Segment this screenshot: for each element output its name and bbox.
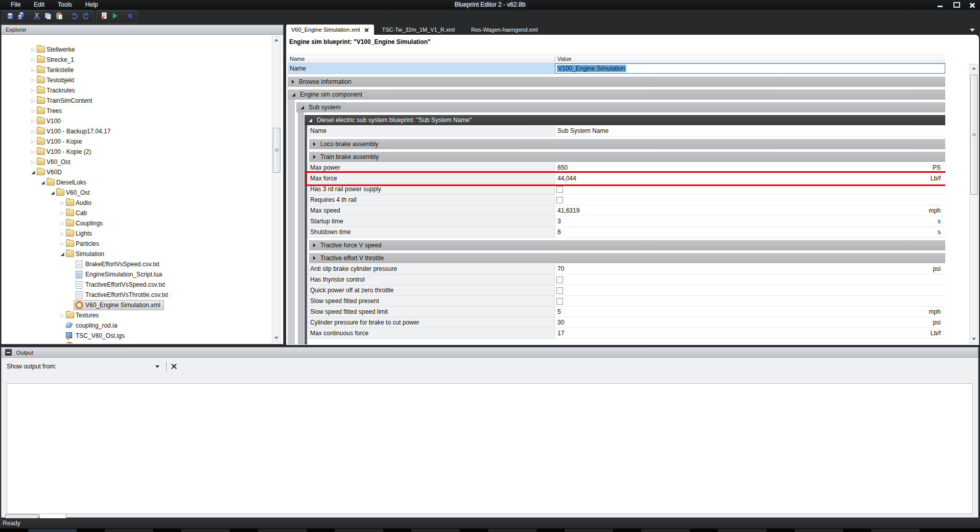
category-row[interactable]: Train brake assembly — [309, 152, 945, 162]
property-value[interactable]: 650PS — [554, 163, 945, 173]
tree-expanded-icon[interactable]: ◢ — [50, 188, 56, 198]
tree-item[interactable]: ▷Tankstelle — [2, 65, 283, 75]
property-value[interactable]: 5mph — [554, 307, 945, 317]
tree-collapsed-icon[interactable]: ▷ — [30, 126, 36, 136]
explorer-scrollbar[interactable] — [272, 36, 281, 342]
scrollbar-thumb[interactable] — [970, 75, 978, 195]
tree-collapsed-icon[interactable]: ▷ — [30, 96, 36, 106]
tree-item[interactable]: ▷Couplings — [2, 218, 283, 228]
property-value[interactable]: 44,044Lb/f — [554, 173, 945, 184]
property-row[interactable]: Cylinder pressure for brake to cut power… — [307, 317, 945, 328]
property-value[interactable]: 3s — [554, 216, 945, 227]
tree-item[interactable]: ▷V60_Ost — [2, 157, 283, 167]
column-header-value[interactable]: Value — [557, 55, 571, 63]
tree-item[interactable]: ▷Cab — [2, 208, 283, 218]
scrollbar-thumb[interactable] — [273, 128, 281, 173]
save-all-button[interactable] — [16, 11, 27, 22]
column-separator[interactable] — [554, 56, 555, 62]
run-button[interactable] — [109, 11, 121, 22]
property-row[interactable]: Shutdown time6s — [307, 227, 945, 238]
tree-collapsed-icon[interactable]: ▷ — [59, 218, 65, 228]
property-value[interactable] — [554, 274, 945, 285]
tree-item[interactable]: BrakeEffortVsSpeed.csv.txt — [2, 259, 283, 269]
category-row[interactable]: Loco brake assembly — [309, 139, 945, 149]
property-value[interactable]: 41,6319mph — [554, 205, 945, 216]
menu-item-tools[interactable]: Tools — [51, 0, 79, 10]
property-value[interactable]: 17Lb/f — [554, 328, 945, 339]
tab-overflow-icon[interactable] — [970, 29, 975, 32]
checkbox-unchecked[interactable] — [556, 298, 563, 305]
property-value[interactable]: 30psi — [554, 317, 945, 328]
property-row[interactable]: Requires 4 th rail — [307, 195, 945, 205]
tree-item[interactable]: ▷V100 - Kopie (2) — [2, 147, 283, 157]
document-tab[interactable]: TSC-Tw_32m_1M_V1_R.xml — [374, 25, 463, 35]
tree-item[interactable]: EngineSimulation_Script.lua — [2, 269, 283, 280]
property-row[interactable]: Has 3 rd rail power supply — [307, 184, 945, 195]
category-row[interactable]: Tractive force V speed — [309, 240, 945, 250]
tree-item[interactable]: TSC_V60_Ost.igs — [2, 331, 283, 341]
collapsed-icon[interactable] — [313, 155, 316, 159]
property-row[interactable]: NameV100_Engine Simulation — [288, 63, 945, 74]
property-row[interactable]: Startup time3s — [307, 216, 945, 227]
tree-item[interactable]: ▷Strecke_1 — [2, 55, 283, 65]
menu-item-help[interactable]: Help — [79, 0, 105, 10]
collapsed-icon[interactable] — [313, 142, 316, 146]
property-row[interactable]: Max force44,044Lb/f — [307, 173, 945, 184]
property-row[interactable]: Max continuous force17Lb/f — [307, 328, 945, 339]
tree-item[interactable]: ◢V60D — [2, 167, 283, 177]
property-value[interactable]: V100_Engine Simulation — [554, 63, 945, 74]
tree-collapsed-icon[interactable]: ▷ — [59, 310, 65, 320]
property-row[interactable]: Has thyristor control — [307, 274, 945, 285]
tree-item[interactable]: TractiveEffortVsThrottle.csv.txt — [2, 290, 283, 300]
menu-item-edit[interactable]: Edit — [27, 0, 51, 10]
property-value[interactable] — [554, 285, 945, 296]
category-row[interactable]: Browse information — [288, 77, 945, 87]
tree-item[interactable]: ▷Stellwerke — [2, 44, 283, 55]
tree-collapsed-icon[interactable]: ▷ — [59, 198, 65, 208]
tree-collapsed-icon[interactable]: ▷ — [30, 157, 36, 167]
expanded-icon[interactable] — [300, 106, 304, 109]
tree-collapsed-icon[interactable]: ▷ — [59, 208, 65, 218]
maximize-button[interactable] — [952, 2, 961, 9]
tree-expanded-icon[interactable]: ◢ — [30, 167, 36, 177]
property-value[interactable]: Sub System Name — [554, 126, 945, 136]
tree-collapsed-icon[interactable]: ▷ — [30, 75, 36, 85]
close-tab-icon[interactable] — [364, 28, 369, 32]
tree-collapsed-icon[interactable]: ▷ — [30, 44, 36, 55]
collapsed-icon[interactable] — [313, 256, 316, 260]
tree-item[interactable]: ▷Lights — [2, 228, 283, 239]
document-tab[interactable]: V60_Engine Simulation.xml — [286, 25, 374, 35]
tree-selection[interactable]: V60_Engine Simulation.xml — [74, 300, 164, 310]
undo-button[interactable] — [69, 11, 80, 22]
tree-collapsed-icon[interactable]: ▷ — [30, 136, 36, 147]
property-row[interactable]: NameSub System Name — [307, 126, 945, 136]
scroll-down-icon[interactable] — [272, 334, 280, 342]
minimize-button[interactable] — [936, 2, 944, 9]
tree-item[interactable]: ▷Testobjekt — [2, 75, 283, 85]
property-row[interactable]: Anti slip brake cylinder pressure70psi — [307, 264, 945, 274]
category-row[interactable]: Tractive effort V throttle — [309, 253, 945, 263]
checkbox-unchecked[interactable] — [556, 197, 563, 203]
tree-item[interactable]: V60_Engine Simulation.xml — [2, 300, 283, 310]
scroll-down-icon[interactable] — [970, 335, 977, 343]
paste-button[interactable] — [54, 11, 65, 22]
tree-collapsed-icon[interactable]: ▷ — [30, 65, 36, 75]
clear-output-icon[interactable] — [170, 363, 178, 371]
tree-item[interactable]: ▷Textures — [2, 310, 283, 320]
save-button[interactable] — [5, 11, 16, 22]
tree-collapsed-icon[interactable]: ▷ — [30, 55, 36, 65]
tree-item[interactable]: ▷Audio — [2, 198, 283, 208]
expanded-icon[interactable] — [309, 119, 312, 122]
tree-expanded-icon[interactable]: ◢ — [40, 177, 46, 188]
tree-item[interactable]: ▷V100 - Backup17.04.17 — [2, 126, 283, 136]
property-row[interactable]: Quick power off at zero throttle — [307, 285, 945, 296]
checkbox-unchecked[interactable] — [556, 186, 563, 193]
tree-collapsed-icon[interactable]: ▷ — [30, 116, 36, 126]
checkbox-unchecked[interactable] — [556, 276, 563, 283]
subsystem-blueprint-header[interactable]: Diesel electric sub system blueprint: "S… — [305, 115, 945, 125]
cut-button[interactable] — [31, 11, 42, 22]
tree-item[interactable]: ▷V100 - Kopie — [2, 136, 283, 147]
tree-item[interactable]: ◢Simulation — [2, 249, 283, 259]
tree-collapsed-icon[interactable]: ▷ — [59, 239, 65, 249]
column-header-name[interactable]: Name — [290, 55, 305, 63]
